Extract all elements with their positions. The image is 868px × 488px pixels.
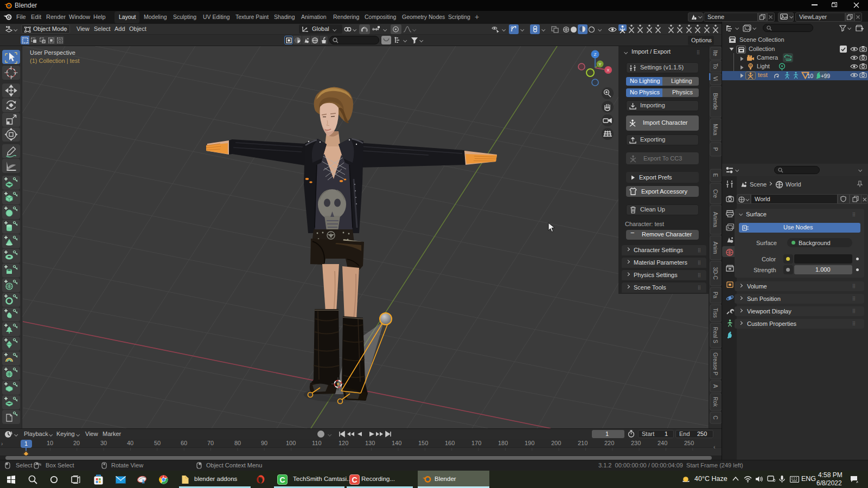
svg-text:Vi: Vi: [712, 76, 718, 81]
svg-text:3D-C: 3D-C: [712, 267, 718, 279]
svg-text:Anima: Anima: [712, 212, 718, 228]
svg-text:Z: Z: [594, 52, 597, 57]
svg-text:Grease P: Grease P: [712, 352, 718, 376]
svg-text:A: A: [712, 384, 718, 388]
svg-text:Blende: Blende: [712, 93, 718, 110]
svg-text:Real S: Real S: [712, 327, 718, 343]
svg-text:Ite: Ite: [712, 50, 718, 56]
svg-text:P: P: [712, 147, 718, 151]
svg-text:Tiss: Tiss: [712, 308, 718, 318]
svg-text:Anim: Anim: [712, 242, 718, 254]
svg-text:Pa: Pa: [712, 292, 718, 299]
svg-text:C: C: [712, 415, 718, 419]
svg-text:To: To: [712, 63, 718, 69]
svg-text:Mixa: Mixa: [712, 124, 718, 136]
svg-text:E: E: [712, 174, 718, 177]
svg-text:Rok: Rok: [712, 397, 718, 407]
svg-text:Y: Y: [598, 62, 602, 67]
svg-text:X: X: [607, 68, 610, 73]
svg-text:Cre: Cre: [712, 189, 718, 198]
